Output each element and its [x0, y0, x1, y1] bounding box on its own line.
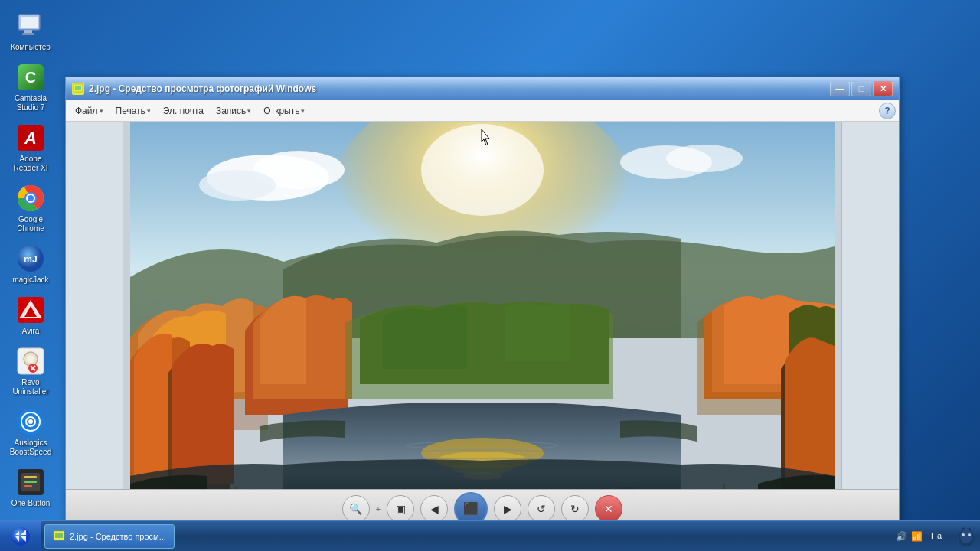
window-titlebar: 2.jpg - Средство просмотра фотографий Wi…: [66, 77, 899, 100]
svg-rect-3: [22, 33, 34, 35]
taskbar-items: 2.jpg - Средство просм...: [41, 521, 890, 551]
zoom-label: +: [376, 504, 381, 514]
taskbar: 2.jpg - Средство просм... 🔊 📶 На: [0, 520, 980, 551]
window-menubar: Файл ▾ Печать ▾ Эл. почта Запись ▾ Откры…: [66, 100, 899, 122]
left-panel: [66, 122, 123, 489]
desktop-icon-adobe[interactable]: A Adobe Reader XI: [4, 119, 57, 176]
zoom-button[interactable]: 🔍: [342, 495, 370, 523]
help-button[interactable]: ?: [879, 103, 896, 119]
svg-point-64: [968, 533, 971, 536]
close-button[interactable]: ✕: [873, 81, 893, 96]
svg-rect-60: [55, 533, 63, 538]
desktop-icon-onebutton[interactable]: One Button: [4, 464, 57, 511]
menu-email[interactable]: Эл. почта: [157, 103, 210, 119]
system-tray: 🔊 📶 На: [890, 530, 952, 543]
desktop-sidebar: Компьютер C Camtasia Studio 7 A Adobe: [0, 0, 61, 520]
svg-point-20: [27, 355, 34, 363]
svg-rect-34: [75, 86, 81, 90]
svg-point-63: [962, 533, 965, 536]
delete-button[interactable]: ✕: [595, 495, 622, 523]
open-menu-arrow: ▾: [301, 107, 305, 115]
avira-icon-label: Avira: [22, 327, 40, 336]
rotate-right-button[interactable]: ↻: [561, 495, 589, 523]
auslogics-icon-label: Auslogics BoostSpeed: [7, 439, 54, 457]
desktop-icon-revo[interactable]: Revo Uninstaller: [4, 343, 57, 399]
minimize-button[interactable]: —: [830, 81, 850, 96]
svg-text:A: A: [24, 129, 37, 148]
computer-icon-label: Компьютер: [11, 43, 51, 52]
svg-text:C: C: [25, 69, 36, 86]
slideshow-button[interactable]: ▣: [387, 495, 414, 523]
window-app-icon: [72, 83, 84, 95]
desktop-icon-magicjack[interactable]: mJ magicJack: [4, 240, 57, 288]
svg-rect-30: [24, 476, 37, 478]
svg-point-37: [421, 124, 544, 216]
menu-file[interactable]: Файл ▾: [69, 103, 109, 119]
chrome-icon-label: Google Chrome: [7, 215, 54, 233]
mascot-icon: [952, 523, 980, 550]
window-title: 2.jpg - Средство просмотра фотографий Wi…: [89, 83, 825, 94]
adobe-icon-label: Adobe Reader XI: [7, 155, 54, 173]
taskbar-app-label: 2.jpg - Средство просм...: [70, 532, 166, 541]
svg-rect-1: [21, 17, 38, 28]
clock[interactable]: На: [926, 530, 946, 541]
menu-print[interactable]: Печать ▾: [109, 103, 157, 119]
svg-point-40: [199, 170, 276, 201]
svg-point-27: [28, 419, 33, 424]
svg-point-12: [28, 195, 34, 201]
tray-icon-2[interactable]: 📶: [911, 530, 923, 543]
photo-viewer-window: 2.jpg - Средство просмотра фотографий Wi…: [65, 77, 900, 528]
desktop-icon-auslogics[interactable]: Auslogics BoostSpeed: [4, 403, 57, 460]
svg-rect-2: [24, 30, 32, 33]
taskbar-photo-viewer[interactable]: 2.jpg - Средство просм...: [44, 524, 175, 549]
photo-display-area: [123, 122, 841, 489]
start-button[interactable]: [0, 521, 41, 552]
revo-icon-label: Revo Uninstaller: [7, 378, 54, 396]
camtasia-icon-label: Camtasia Studio 7: [7, 94, 54, 112]
desktop: Компьютер C Camtasia Studio 7 A Adobe: [0, 0, 980, 551]
window-controls: — □ ✕: [830, 81, 893, 96]
file-menu-arrow: ▾: [100, 107, 103, 115]
tray-label: На: [931, 531, 942, 540]
svg-rect-32: [24, 485, 32, 487]
svg-rect-31: [24, 481, 37, 483]
menu-record[interactable]: Запись ▾: [210, 103, 257, 119]
record-menu-arrow: ▾: [247, 107, 251, 115]
prev-button[interactable]: ◀: [420, 495, 448, 523]
desktop-icon-camtasia[interactable]: C Camtasia Studio 7: [4, 59, 57, 116]
desktop-icon-computer[interactable]: Компьютер: [4, 8, 57, 55]
window-content: [66, 122, 899, 489]
print-menu-arrow: ▾: [147, 107, 151, 115]
photo-canvas: [130, 122, 835, 489]
svg-point-42: [666, 145, 743, 172]
rotate-left-button[interactable]: ↺: [528, 495, 555, 523]
svg-point-62: [960, 530, 972, 543]
menu-open[interactable]: Открыть ▾: [257, 103, 311, 119]
svg-text:mJ: mJ: [24, 254, 37, 265]
onebutton-icon-label: One Button: [11, 499, 51, 508]
desktop-icon-avira[interactable]: Avira: [4, 292, 57, 339]
right-panel: [841, 122, 899, 489]
magicjack-icon-label: magicJack: [12, 276, 48, 285]
next-button[interactable]: ▶: [494, 495, 521, 523]
desktop-icon-chrome[interactable]: Google Chrome: [4, 180, 57, 236]
maximize-button[interactable]: □: [851, 81, 871, 96]
tray-icon-1[interactable]: 🔊: [896, 530, 908, 543]
